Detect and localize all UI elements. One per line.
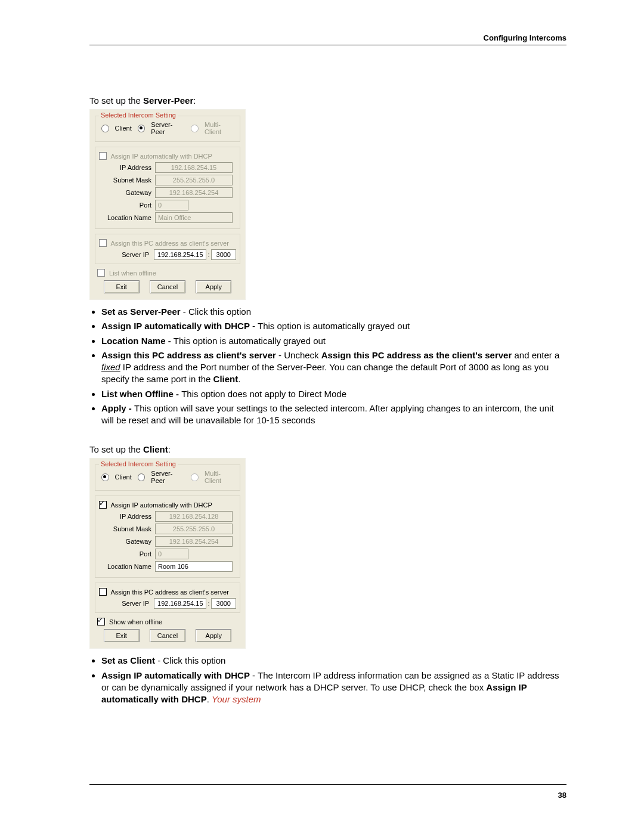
- subnet-field-c: 255.255.255.0: [155, 524, 233, 534]
- page-number: 38: [89, 791, 566, 800]
- label-gateway-c: Gateway: [99, 538, 155, 545]
- server-port-field-c[interactable]: 3000: [211, 598, 236, 609]
- mode-multiclient-label-c: Multi-Client: [205, 470, 236, 484]
- bullet-text: - Click this option: [181, 306, 251, 317]
- cancel-button[interactable]: Cancel: [150, 280, 185, 293]
- group-net-c: Assign IP automatically with DHCP IP Add…: [95, 496, 240, 578]
- gateway-field: 192.168.254.254: [155, 187, 233, 198]
- server-ip-field[interactable]: 192.168.254.15: [154, 249, 206, 260]
- bullet-item: Set as Client - Click this option: [101, 655, 566, 667]
- gateway-field-c: 192.168.254.254: [155, 536, 233, 547]
- lead-server-bold: Server-Peer: [143, 95, 193, 106]
- exit-button[interactable]: Exit: [104, 280, 140, 293]
- bullet-bold: Assign this PC address as client's serve…: [101, 350, 276, 360]
- cb-list-offline: [97, 269, 105, 277]
- ip-field: 192.168.254.15: [155, 162, 233, 173]
- bullet-text: This option will save your settings to t…: [101, 403, 554, 425]
- lead-client-suffix: :: [168, 444, 171, 454]
- bullet-red-italic: Your system: [212, 694, 261, 704]
- bullet-text: - Uncheck: [276, 350, 321, 360]
- header-rule: [89, 45, 566, 45]
- subnet-field: 255.255.255.0: [155, 175, 233, 185]
- bullet-text: .: [207, 694, 212, 704]
- bullet-italic: fixed: [101, 362, 120, 372]
- client-bullets: Set as Client - Click this option Assign…: [89, 655, 566, 705]
- bullet-text: This option does not apply to Direct Mod…: [181, 389, 346, 399]
- cb-show-offline[interactable]: [97, 618, 105, 625]
- cb-assign-pc-label-c: Assign this PC address as client's serve…: [110, 589, 228, 596]
- bullet-item: Assign IP automatically with DHCP - This…: [101, 320, 566, 332]
- cb-assign-pc: [99, 239, 107, 247]
- bullet-bold: Apply -: [101, 403, 134, 413]
- group-selected-intercom-c: Selected Intercom Setting Client Server-…: [95, 465, 240, 491]
- cb-list-offline-label: List when offline: [109, 270, 156, 277]
- bullet-bold: Assign IP automatically with DHCP: [101, 321, 250, 331]
- server-ip-colon: :: [208, 251, 209, 258]
- bullet-item: Assign IP automatically with DHCP - The …: [101, 670, 566, 706]
- label-port: Port: [99, 202, 155, 209]
- ip-field-c: 192.168.254.128: [155, 511, 233, 522]
- label-subnet: Subnet Mask: [99, 176, 155, 184]
- label-ip-c: IP Address: [99, 513, 155, 520]
- cb-dhcp-label: Assign IP automatically with DHCP: [110, 153, 212, 160]
- radio-client[interactable]: [101, 125, 109, 132]
- mode-serverpeer-label: Server-Peer: [151, 121, 185, 135]
- radio-client-c[interactable]: [101, 473, 109, 481]
- cb-dhcp-label-c: Assign IP automatically with DHCP: [110, 501, 212, 509]
- bullet-text: .: [238, 374, 240, 384]
- bullet-text: - This option is automatically grayed ou…: [250, 321, 410, 331]
- bullet-text: This option is automatically grayed out: [174, 336, 326, 346]
- label-port-c: Port: [99, 550, 155, 558]
- group-selected-intercom: Selected Intercom Setting Client Server-…: [95, 116, 240, 142]
- location-field-c[interactable]: Room 106: [155, 561, 233, 572]
- apply-button-c[interactable]: Apply: [196, 629, 231, 642]
- server-port-field[interactable]: 3000: [211, 249, 236, 260]
- bullet-item: Location Name - This option is automatic…: [101, 335, 566, 347]
- server-ip-colon-c: :: [208, 600, 209, 607]
- lead-server: To set up the Server-Peer:: [89, 95, 566, 106]
- label-location: Location Name: [99, 214, 155, 221]
- cb-show-offline-label: Show when offline: [109, 618, 162, 625]
- port-field: 0: [155, 200, 188, 210]
- bullet-text: - Click this option: [155, 655, 225, 665]
- server-ip-field-c[interactable]: 192.168.254.15: [154, 598, 206, 609]
- cb-dhcp: [99, 152, 107, 160]
- bullet-item: Set as Server-Peer - Click this option: [101, 306, 566, 318]
- label-ip: IP Address: [99, 164, 155, 171]
- page-header-title: Configuring Intercoms: [89, 33, 566, 42]
- bullet-bold: Set as Client: [101, 655, 155, 665]
- apply-button[interactable]: Apply: [196, 280, 231, 293]
- bullet-bold: Assign IP automatically with DHCP: [101, 670, 250, 680]
- label-server-ip-c: Server IP: [99, 600, 153, 607]
- label-subnet-c: Subnet Mask: [99, 525, 155, 532]
- cancel-button-c[interactable]: Cancel: [150, 629, 185, 642]
- mode-multiclient-label: Multi-Client: [205, 121, 236, 135]
- lead-server-suffix: :: [193, 95, 196, 106]
- cb-assign-pc-label: Assign this PC address as client's serve…: [110, 240, 228, 247]
- bullet-item: Assign this PC address as client's serve…: [101, 349, 566, 386]
- mode-serverpeer-label-c: Server-Peer: [151, 470, 185, 484]
- lead-client-prefix: To set up the: [89, 444, 143, 454]
- bullet-text: and enter a: [512, 350, 559, 360]
- bullet-item: List when Offline - This option does not…: [101, 388, 566, 400]
- client-panel: Selected Intercom Setting Client Server-…: [89, 458, 246, 649]
- server-peer-bullets: Set as Server-Peer - Click this option A…: [89, 306, 566, 426]
- radio-server-peer[interactable]: [138, 125, 145, 132]
- group-net: Assign IP automatically with DHCP IP Add…: [95, 147, 240, 229]
- mode-client-label-c: Client: [115, 473, 132, 481]
- radio-server-peer-c[interactable]: [138, 473, 145, 481]
- server-peer-panel: Selected Intercom Setting Client Server-…: [89, 109, 246, 300]
- cb-dhcp-c[interactable]: [99, 501, 107, 509]
- group-server-ip-c: Assign this PC address as client's serve…: [95, 583, 240, 613]
- bullet-bold: Assign this PC address as the client's s…: [321, 350, 512, 360]
- cb-assign-pc-c[interactable]: [99, 588, 107, 596]
- footer-rule: [89, 784, 566, 785]
- lead-client-bold: Client: [143, 444, 168, 454]
- bullet-bold: Location Name -: [101, 336, 174, 346]
- port-field-c: 0: [155, 549, 188, 559]
- label-server-ip: Server IP: [99, 251, 153, 258]
- mode-row: Client Server-Peer Multi-Client: [99, 121, 236, 138]
- exit-button-c[interactable]: Exit: [104, 629, 140, 642]
- mode-row-c: Client Server-Peer Multi-Client: [99, 470, 236, 487]
- label-gateway: Gateway: [99, 189, 155, 196]
